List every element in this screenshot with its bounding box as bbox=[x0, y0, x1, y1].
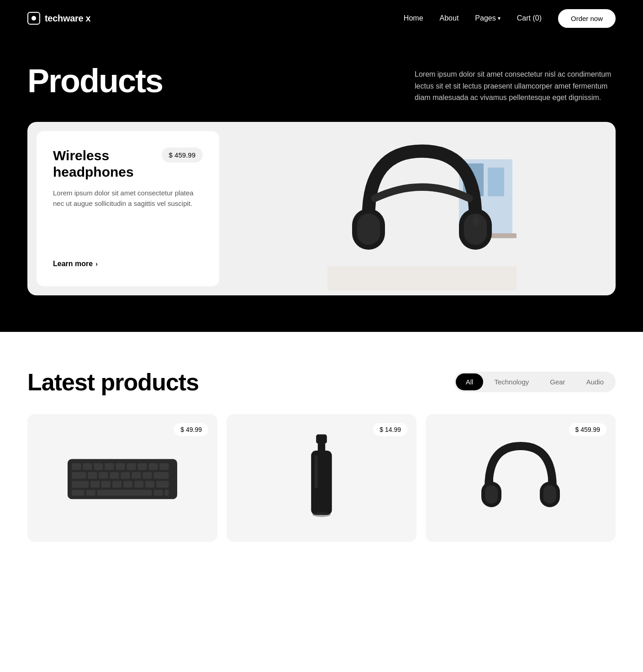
svg-rect-32 bbox=[101, 481, 111, 488]
svg-rect-10 bbox=[474, 196, 481, 213]
keyboard-illustration bbox=[58, 451, 186, 505]
svg-rect-4 bbox=[327, 266, 517, 291]
featured-product-price: $ 459.99 bbox=[162, 147, 203, 163]
hero-description: Lorem ipsum dolor sit amet consectetur n… bbox=[415, 64, 616, 104]
svg-rect-6 bbox=[357, 214, 380, 245]
filter-tab-technology[interactable]: Technology bbox=[484, 373, 539, 390]
svg-rect-15 bbox=[94, 463, 103, 470]
filter-tab-gear[interactable]: Gear bbox=[540, 373, 575, 390]
svg-rect-18 bbox=[126, 463, 136, 470]
svg-rect-22 bbox=[72, 472, 86, 479]
featured-product-info: Wireless headphones $ 459.99 Lorem ipsum… bbox=[37, 131, 219, 286]
product-price-headphones: $ 459.99 bbox=[569, 423, 607, 436]
svg-rect-42 bbox=[164, 490, 169, 496]
featured-product-description: Lorem ipsum dolor sit amet consectetur p… bbox=[53, 188, 203, 209]
hero-section: Products Lorem ipsum dolor sit amet cons… bbox=[0, 37, 643, 332]
svg-rect-2 bbox=[488, 168, 504, 196]
main-nav: Home About Pages ▾ Cart (0) Order now bbox=[404, 9, 616, 28]
svg-rect-36 bbox=[145, 481, 154, 488]
svg-rect-9 bbox=[364, 196, 371, 213]
svg-rect-16 bbox=[105, 463, 114, 470]
product-card-bottle[interactable]: $ 14.99 bbox=[227, 414, 416, 542]
svg-rect-14 bbox=[83, 463, 92, 470]
filter-tab-audio[interactable]: Audio bbox=[576, 373, 614, 390]
svg-point-47 bbox=[312, 512, 331, 517]
learn-more-text: Learn more bbox=[53, 260, 93, 268]
svg-rect-45 bbox=[311, 451, 332, 515]
svg-rect-21 bbox=[159, 463, 169, 470]
order-now-button[interactable]: Order now bbox=[558, 9, 616, 28]
svg-rect-41 bbox=[153, 490, 163, 496]
svg-rect-31 bbox=[90, 481, 100, 488]
svg-rect-29 bbox=[153, 472, 169, 479]
filter-tabs: All Technology Gear Audio bbox=[454, 372, 616, 392]
learn-more-link[interactable]: Learn more › bbox=[53, 260, 203, 268]
svg-rect-27 bbox=[132, 472, 141, 479]
featured-product-image bbox=[228, 122, 616, 295]
svg-rect-53 bbox=[548, 473, 553, 484]
latest-products-section: Latest products All Technology Gear Audi… bbox=[0, 332, 643, 569]
svg-rect-43 bbox=[316, 434, 327, 443]
hero-top: Products Lorem ipsum dolor sit amet cons… bbox=[27, 64, 616, 104]
svg-rect-20 bbox=[148, 463, 158, 470]
latest-products-header: Latest products All Technology Gear Audi… bbox=[27, 368, 616, 396]
product-price-keyboard: $ 49.99 bbox=[174, 423, 208, 436]
nav-pages[interactable]: Pages ▾ bbox=[475, 14, 500, 22]
svg-rect-26 bbox=[121, 472, 130, 479]
svg-rect-46 bbox=[315, 455, 318, 488]
svg-rect-37 bbox=[156, 481, 169, 488]
svg-rect-25 bbox=[110, 472, 119, 479]
logo[interactable]: techware x bbox=[27, 12, 90, 25]
svg-rect-40 bbox=[97, 490, 152, 496]
logo-icon bbox=[27, 12, 40, 25]
svg-point-11 bbox=[473, 216, 480, 226]
svg-rect-13 bbox=[72, 463, 81, 470]
nav-cart[interactable]: Cart (0) bbox=[517, 14, 542, 22]
headphones-card-illustration bbox=[475, 432, 566, 524]
chevron-down-icon: ▾ bbox=[498, 15, 501, 21]
svg-rect-44 bbox=[318, 443, 325, 451]
headphones-illustration bbox=[326, 126, 518, 291]
svg-rect-34 bbox=[123, 481, 132, 488]
hero-title: Products bbox=[27, 64, 163, 99]
svg-rect-17 bbox=[116, 463, 125, 470]
svg-rect-23 bbox=[88, 472, 97, 479]
svg-rect-52 bbox=[488, 473, 493, 484]
product-card-headphones[interactable]: $ 459.99 bbox=[426, 414, 616, 542]
bottle-illustration bbox=[301, 432, 342, 524]
logo-text: techware x bbox=[45, 13, 90, 24]
latest-products-title: Latest products bbox=[27, 368, 199, 396]
nav-about[interactable]: About bbox=[440, 14, 459, 22]
featured-info-top: Wireless headphones $ 459.99 bbox=[53, 147, 203, 180]
svg-rect-24 bbox=[99, 472, 108, 479]
chevron-right-icon: › bbox=[95, 260, 98, 268]
svg-rect-39 bbox=[86, 490, 95, 496]
nav-home[interactable]: Home bbox=[404, 14, 423, 22]
featured-product-name: Wireless headphones bbox=[53, 147, 162, 180]
product-grid: $ 49.99 bbox=[27, 414, 616, 542]
filter-tab-all[interactable]: All bbox=[456, 373, 484, 390]
svg-rect-51 bbox=[543, 485, 556, 504]
svg-rect-19 bbox=[137, 463, 147, 470]
header: techware x Home About Pages ▾ Cart (0) O… bbox=[0, 0, 643, 37]
svg-rect-28 bbox=[142, 472, 152, 479]
svg-rect-33 bbox=[112, 481, 121, 488]
svg-rect-35 bbox=[134, 481, 143, 488]
svg-rect-30 bbox=[72, 481, 89, 488]
featured-product-card: Wireless headphones $ 459.99 Lorem ipsum… bbox=[27, 122, 616, 295]
svg-rect-38 bbox=[72, 490, 84, 496]
product-price-bottle: $ 14.99 bbox=[373, 423, 407, 436]
svg-rect-49 bbox=[485, 485, 498, 504]
product-card-keyboard[interactable]: $ 49.99 bbox=[27, 414, 217, 542]
